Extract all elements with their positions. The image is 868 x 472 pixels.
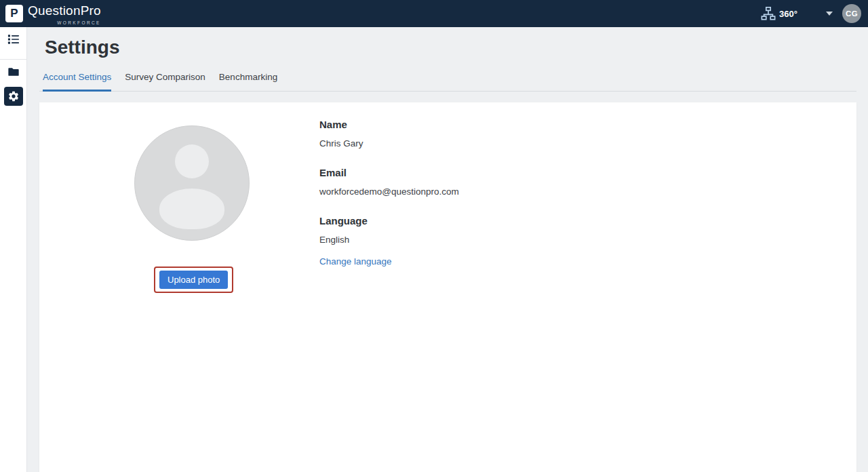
- name-field: Name Chris Gary: [319, 119, 459, 149]
- name-label: Name: [319, 119, 459, 130]
- brand[interactable]: P QuestionPro Workforce: [5, 3, 101, 24]
- upload-photo-highlight: Upload photo: [154, 267, 233, 293]
- gear-icon: [7, 90, 20, 102]
- upload-photo-button[interactable]: Upload photo: [159, 271, 228, 289]
- brand-subtitle: Workforce: [57, 20, 101, 25]
- language-value: English: [319, 235, 459, 245]
- sitemap-icon: [761, 6, 776, 21]
- tab-bar: Account Settings Survey Comparison Bench…: [39, 72, 856, 92]
- sidebar-active-indicator: [4, 87, 23, 106]
- email-value: workforcedemo@questionpro.com: [319, 186, 459, 197]
- change-language-link[interactable]: Change language: [319, 256, 392, 267]
- topbar-right: 360° CG: [761, 4, 861, 23]
- folder-icon: [7, 66, 20, 78]
- list-icon: [7, 33, 20, 45]
- questionpro-logo-icon: P: [5, 5, 23, 22]
- chevron-down-icon[interactable]: [826, 12, 833, 16]
- silhouette-body: [159, 189, 224, 229]
- page-title: Settings: [45, 37, 868, 58]
- logo-letter: P: [10, 7, 18, 20]
- language-field: Language English Change language: [319, 215, 459, 267]
- profile-photo-block: Upload photo: [134, 125, 250, 241]
- sidebar: [0, 27, 27, 472]
- topbar: P QuestionPro Workforce 360° CG: [0, 0, 868, 27]
- avatar-initials: CG: [846, 9, 858, 18]
- profile-fields: Name Chris Gary Email workforcedemo@ques…: [319, 119, 459, 286]
- sidebar-item-settings[interactable]: [0, 84, 26, 109]
- user-avatar[interactable]: CG: [842, 4, 861, 23]
- profile-photo-placeholder: [134, 125, 250, 241]
- tab-account-settings[interactable]: Account Settings: [43, 72, 111, 92]
- language-label: Language: [319, 215, 459, 227]
- module-switcher[interactable]: 360°: [761, 6, 797, 21]
- brand-name: QuestionPro: [28, 3, 101, 18]
- email-label: Email: [319, 167, 459, 178]
- silhouette-head: [175, 144, 209, 178]
- main-content: Settings Account Settings Survey Compari…: [27, 27, 868, 472]
- name-value: Chris Gary: [319, 138, 459, 149]
- app-shell: Settings Account Settings Survey Compari…: [0, 27, 868, 472]
- email-field: Email workforcedemo@questionpro.com: [319, 167, 459, 197]
- sidebar-item-folders[interactable]: [0, 60, 26, 84]
- account-settings-card: Upload photo Name Chris Gary Email workf…: [39, 102, 856, 472]
- sidebar-item-list[interactable]: [0, 27, 26, 52]
- tab-benchmarking[interactable]: Benchmarking: [219, 72, 277, 92]
- tab-survey-comparison[interactable]: Survey Comparison: [125, 72, 205, 92]
- module-label: 360°: [779, 9, 797, 19]
- brand-text: QuestionPro Workforce: [28, 3, 101, 24]
